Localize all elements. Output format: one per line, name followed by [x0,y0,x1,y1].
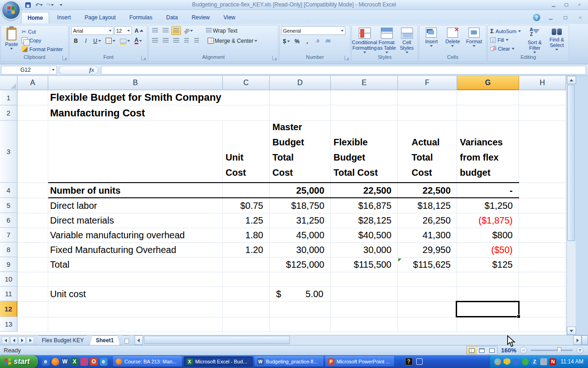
paste-button[interactable]: Paste [2,26,21,54]
cell-F9[interactable]: $115,625 [398,258,457,272]
format-cells-button[interactable]: Format [465,26,483,54]
taskbar-button-firefox-course[interactable]: Course: BA 213: Man... [113,356,182,367]
internet-explorer-icon[interactable]: e [42,358,50,366]
vertical-scroll-thumb[interactable] [567,85,575,241]
tab-insert[interactable]: Insert [51,12,77,23]
cell-G6-negative[interactable]: ($1,875) [457,213,519,228]
align-left-button[interactable] [150,36,160,45]
cell-B7[interactable]: Variable manufacturing overhead [48,228,223,242]
row-header-6[interactable]: 6 [0,213,17,228]
cell-A1[interactable] [17,90,48,105]
row-header-11[interactable]: 11 [0,287,17,301]
cell-A10[interactable] [17,272,48,287]
borders-button[interactable] [104,36,117,45]
cell-F10[interactable] [398,272,457,287]
cell-G9[interactable]: $125 [457,258,519,272]
cell-H1[interactable] [519,90,566,105]
cell-C9[interactable] [223,258,270,272]
cell-H2[interactable] [519,105,566,121]
cell-A11[interactable] [17,287,48,301]
cell-D8[interactable]: 30,000 [270,243,331,257]
z-app-icon[interactable]: Z [531,358,538,365]
cell-B8[interactable]: Fixed Manufacturing Overhead [48,243,223,257]
cell-A13[interactable] [17,317,48,332]
formula-input[interactable] [101,66,586,75]
cell-D11[interactable]: $ 5.00 [270,287,331,301]
browser-icon[interactable]: e [100,358,107,366]
cell-D13[interactable] [270,317,331,332]
align-center-button[interactable] [161,36,170,45]
font-dialog-launcher[interactable] [141,56,146,60]
sheet-tab-sheet1-active[interactable]: Sheet1 [90,335,119,345]
cell-E8[interactable]: 30,000 [331,243,398,257]
last-sheet-button[interactable] [27,337,34,344]
select-all-corner[interactable] [0,76,17,90]
cell-F12[interactable] [398,302,457,317]
cell-H5[interactable] [519,198,566,213]
delete-cells-button[interactable]: Delete [443,26,462,54]
excel-icon[interactable]: X [71,358,79,366]
previous-sheet-button[interactable] [10,337,17,344]
workbook-minimize-button[interactable] [547,14,555,21]
cell-H6[interactable] [519,213,566,228]
clipboard-dialog-launcher[interactable] [62,56,67,60]
tab-data[interactable]: Data [160,12,184,23]
cell-B13[interactable] [48,317,223,332]
help-tray-icon[interactable]: ? [405,358,413,365]
format-as-table-button[interactable]: Format as Table [377,26,397,54]
cell-C3[interactable]: Unit Cost [223,121,270,183]
font-color-button[interactable]: A [133,36,144,45]
insert-cells-button[interactable]: Insert [422,26,441,54]
zoom-out-button[interactable]: − [520,347,527,354]
wrap-text-button[interactable]: Wrap Text [204,26,239,35]
row-header-7[interactable]: 7 [0,228,17,242]
row-header-3[interactable]: 3 [0,121,17,183]
cell-D7[interactable]: 45,000 [270,228,331,242]
sheet-tab-flex-budget-key[interactable]: Flex Budget KEY [36,335,90,345]
cell-B2[interactable]: Manufacturing Cost [48,105,270,121]
word-icon[interactable]: W [61,358,69,366]
cell-F11[interactable] [398,287,457,301]
office-button[interactable] [1,0,21,20]
cell-A8[interactable] [17,243,48,257]
workbook-restore-button[interactable] [561,14,570,21]
row-header-12-selected[interactable]: 12 [0,301,17,317]
scroll-left-button[interactable] [135,335,143,345]
row-header-8[interactable]: 8 [0,242,17,257]
name-box[interactable]: G12 [1,66,57,75]
cell-D10[interactable] [270,272,331,287]
align-right-button[interactable] [171,36,181,45]
insert-worksheet-button[interactable] [120,335,132,345]
tab-home[interactable]: Home [21,12,49,23]
cell-H11[interactable] [519,287,566,301]
vertical-scrollbar[interactable] [566,76,576,335]
normal-view-button[interactable] [467,346,477,354]
zoom-slider-thumb[interactable] [557,347,561,353]
cell-D12[interactable] [270,302,331,317]
cell-B11[interactable]: Unit cost [48,287,223,301]
cell-F6[interactable]: 26,250 [398,213,457,228]
grow-font-button[interactable]: A [133,26,145,35]
column-header-H[interactable]: H [519,76,566,90]
row-header-4[interactable]: 4 [0,183,17,198]
cell-E2[interactable] [331,105,398,121]
cell-G11[interactable] [457,287,519,301]
close-button[interactable]: × [575,1,583,8]
cell-E12[interactable] [331,302,398,317]
orientation-button[interactable]: ab [182,26,195,35]
zoom-in-button[interactable]: + [577,347,583,354]
cell-E4[interactable]: 22,500 [331,183,398,198]
zoom-level[interactable]: 160% [501,347,516,354]
cell-E7[interactable]: $40,500 [331,228,398,242]
cell-G5[interactable]: $1,250 [457,198,519,213]
cut-button[interactable]: ✂Cut [21,27,64,36]
cell-G3[interactable]: Variances from flex budget [457,121,519,183]
cell-E3[interactable]: Flexible Budget Total Cost [331,121,398,183]
number-format-select[interactable]: General [281,26,345,35]
find-select-button[interactable]: Find & Select [547,26,567,54]
cell-C11[interactable] [223,287,270,301]
outlook-icon[interactable]: O [90,358,98,366]
cell-F8[interactable]: 29,950 [398,243,457,257]
next-sheet-button[interactable] [18,337,26,344]
column-header-F[interactable]: F [398,76,457,90]
